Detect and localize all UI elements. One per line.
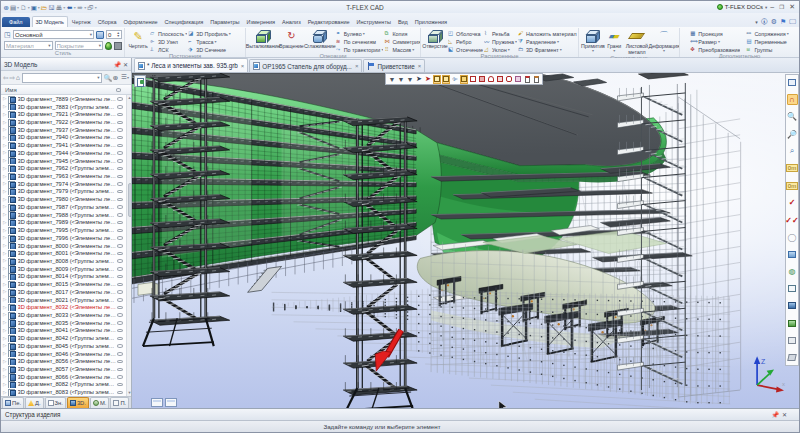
filter-icon[interactable]: ▼: [388, 75, 396, 84]
zoom-in-icon[interactable]: 🔍: [787, 111, 798, 122]
visibility-eye-icon[interactable]: [117, 204, 125, 210]
select-doc2-icon[interactable]: [532, 75, 540, 84]
tree-scrollbar[interactable]: ▲ ▼: [126, 95, 131, 396]
visibility-eye-icon[interactable]: [117, 165, 125, 171]
visibility-eye-icon[interactable]: [117, 158, 125, 164]
tree-item[interactable]: ▷ 3D фрагмент_7940 (<Элементы лесов>Сто.…: [1, 134, 126, 142]
render-mode-icon[interactable]: [787, 249, 798, 260]
ribbon-tab[interactable]: Файл: [2, 17, 30, 28]
back-arrow-icon[interactable]: ⇦: [3, 73, 8, 83]
tree-item[interactable]: ▷ 3D фрагмент_8017 (<Элементы лесов>Сто.…: [1, 288, 126, 296]
apply-all-icon[interactable]: ✓✓: [787, 215, 798, 226]
tree-item[interactable]: ▷ 3D фрагмент_8035 (<Элементы лесов>Сто.…: [1, 319, 126, 327]
select-arrow-icon[interactable]: ➤: [415, 75, 423, 84]
color-swatch[interactable]: [114, 42, 122, 50]
select-face-icon[interactable]: [460, 75, 468, 84]
tab-diagnostics[interactable]: Д.: [25, 397, 44, 408]
select-vertex-icon[interactable]: [433, 75, 441, 84]
deformation-button[interactable]: ⌒ Деформация▾: [651, 28, 677, 53]
path-button[interactable]: ⌐Трасса▾: [188, 38, 231, 45]
visibility-eye-icon[interactable]: [117, 212, 125, 218]
visibility-eye-icon[interactable]: [117, 304, 125, 310]
select-solid-icon[interactable]: [478, 75, 486, 84]
lcs-button[interactable]: ⟂ЛСК: [150, 46, 187, 53]
page-icon-2[interactable]: [165, 398, 177, 407]
tree-item[interactable]: ▷ 3D фрагмент_7921 (<Элементы лесов>Сто.…: [1, 110, 126, 118]
coating-combo[interactable]: Покрытие▾: [55, 41, 104, 50]
tree-item[interactable]: ▷ 3D фрагмент_7989 (<Элементы лесов>Сто.…: [1, 219, 126, 227]
globe-icon[interactable]: ◍: [787, 266, 798, 277]
tab-close-icon[interactable]: ×: [355, 63, 359, 69]
shell-button[interactable]: ◰Оболочка: [448, 30, 483, 37]
tree-item[interactable]: ▷ 3D фрагмент_7995 (<Группы элементов>..…: [1, 226, 126, 234]
home-icon[interactable]: ⌂: [16, 73, 20, 83]
panel-close-icon[interactable]: ✕: [123, 61, 128, 68]
tree-item[interactable]: ▷ 3D фрагмент_7963 (<Элементы лесов>Тро.…: [1, 172, 126, 180]
tree-item[interactable]: ▷ 3D фрагмент_8042 (<Группы элементов>..…: [1, 334, 126, 342]
scroll-down-icon[interactable]: ▼: [127, 390, 131, 396]
tree-item[interactable]: ▷ 3D фрагмент_7979 (<Группы элементов>..…: [1, 188, 126, 196]
symmetry-button[interactable]: ⋈Симметрия: [384, 38, 421, 45]
tree-item[interactable]: ▷ 3D фрагмент_7945 (<Элементы лесов>Сто.…: [1, 157, 126, 165]
3d-section-button[interactable]: ⬗3D Сечение: [188, 46, 231, 53]
visibility-eye-icon[interactable]: [117, 150, 125, 156]
select-cyl2-icon[interactable]: [505, 75, 513, 84]
visibility-eye-icon[interactable]: [117, 312, 125, 318]
visibility-eye-icon[interactable]: [117, 343, 125, 349]
style-combo[interactable]: Основной▾: [13, 30, 94, 39]
select-part-icon[interactable]: [514, 75, 522, 84]
3d-viewport[interactable]: Zx ▼▼▼➤➤⌱ ∩🔍🔎⌕0m0m✓✓✓◯◍: [132, 73, 799, 408]
3d-profile-button[interactable]: ◪3D Профиль▾: [188, 30, 231, 37]
tree-item[interactable]: ▷ 3D фрагмент_7980 (<Элементы лесов>Сто.…: [1, 195, 126, 203]
array-button[interactable]: ⠿Массив▾: [384, 46, 421, 53]
select-edge-icon[interactable]: [442, 75, 450, 84]
visibility-eye-icon[interactable]: [117, 188, 125, 194]
rotate-view-icon[interactable]: 0m: [787, 180, 798, 191]
monitor-icon[interactable]: 🖵: [789, 18, 796, 26]
tree-column-header[interactable]: Имя: [1, 85, 131, 95]
tree-item[interactable]: ▷ 3D фрагмент_8000 (<Элементы лесов>Кон.…: [1, 242, 126, 250]
rib-button[interactable]: ◺Ребро: [448, 38, 483, 45]
zoom-out-icon[interactable]: 🔎: [787, 129, 798, 140]
ribbon-tab[interactable]: Анализ: [279, 17, 304, 28]
apply-icon[interactable]: ✓: [787, 197, 798, 208]
help-icon[interactable]: 🛈: [761, 18, 768, 26]
ribbon-tab[interactable]: Чертеж: [69, 17, 94, 28]
visibility-eye-icon[interactable]: [117, 281, 125, 287]
settings-gear-icon[interactable]: ⚙: [771, 18, 777, 26]
tree-item[interactable]: ▷ 3D фрагмент_7937 (<Элементы лесов>Сто.…: [1, 126, 126, 134]
ribbon-tab[interactable]: Оформление: [120, 17, 160, 28]
filter-gear-icon[interactable]: ⊛: [113, 73, 118, 83]
structure-close-icon[interactable]: ✕: [782, 411, 787, 418]
ribbon-tab[interactable]: Параметры: [207, 17, 242, 28]
hole-button[interactable]: Отверстие: [423, 28, 447, 49]
apply-material-button[interactable]: 🖌Наложить материал: [518, 30, 577, 37]
visibility-eye-icon[interactable]: [117, 320, 125, 326]
tree-item[interactable]: ▷ 3D фрагмент_7988 (<Группы элементов>..…: [1, 211, 126, 219]
layers-icon[interactable]: [96, 31, 104, 39]
flag-icon[interactable]: ⚑: [780, 18, 786, 26]
tree-item[interactable]: ▷ 3D фрагмент_7944 (<Элементы лесов>Сто.…: [1, 149, 126, 157]
select-cylinder-icon[interactable]: [487, 75, 495, 84]
visibility-eye-icon[interactable]: [117, 96, 125, 102]
select-clear-icon[interactable]: ➤: [424, 75, 432, 84]
view-list-icon[interactable]: ☰▾: [121, 72, 129, 83]
select-doc-icon[interactable]: [523, 75, 531, 84]
ribbon-tab[interactable]: Измерения: [244, 17, 279, 28]
visibility-eye-icon[interactable]: [117, 327, 125, 333]
visibility-eye-icon[interactable]: [117, 181, 125, 187]
page-icon-1[interactable]: [151, 398, 163, 407]
tree-item[interactable]: ▷ 3D фрагмент_7941 (<Элементы лесов>Сто.…: [1, 141, 126, 149]
visibility-eye-icon[interactable]: [117, 111, 125, 117]
ribbon-tab[interactable]: Сборка: [95, 17, 120, 28]
3d-fragment-button[interactable]: 🗀3D Фрагмент▾: [518, 46, 577, 53]
shaded-edges-icon[interactable]: [787, 318, 798, 329]
tree-item[interactable]: ▷ 3D фрагмент_7962 (<Группы элементов>..…: [1, 164, 126, 172]
extrude-button[interactable]: Выталкивание: [248, 28, 278, 49]
tab-notes[interactable]: Зн.: [45, 397, 66, 408]
wireframe-icon[interactable]: [787, 283, 798, 294]
tab-close-icon[interactable]: ×: [241, 63, 245, 69]
copy-button[interactable]: ⧉Копия: [384, 30, 421, 37]
boolean-button[interactable]: ⚭Булево▾: [336, 30, 384, 37]
draw-button[interactable]: ✎ Чертить: [127, 28, 149, 49]
